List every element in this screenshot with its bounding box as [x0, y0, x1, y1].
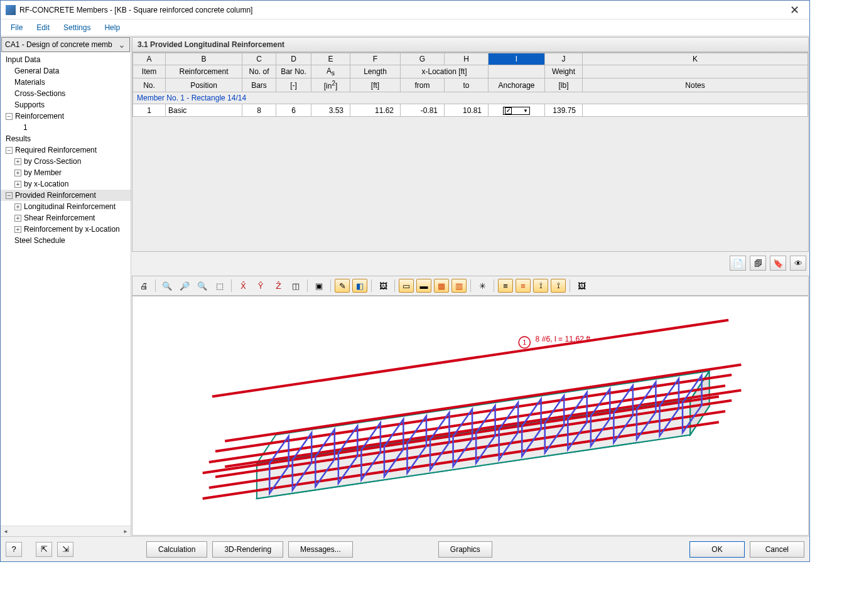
viewport-toolbar: 🖨 🔍 🔎 🔍 ⬚ X̂ Ŷ Ẑ ◫ ▣ ✎ ◧ 🖼 ▭	[132, 276, 809, 296]
ok-button[interactable]: OK	[689, 541, 744, 558]
tree-materials[interactable]: Materials	[1, 77, 131, 88]
anchor-start-icon[interactable]: ⟟	[533, 279, 548, 293]
app-icon	[6, 5, 16, 15]
bar-callout-number: 1	[522, 338, 526, 346]
tree-shear[interactable]: +Shear Reinforcement	[1, 212, 131, 224]
close-icon[interactable]: ✕	[785, 3, 804, 17]
menu-help[interactable]: Help	[98, 21, 126, 34]
grid-toolbar: 📄 🗐 🔖 👁	[132, 252, 809, 274]
axes-icon[interactable]: ✳	[475, 279, 490, 293]
cube-icon[interactable]: ◧	[352, 279, 367, 293]
image-export-icon[interactable]: 🖼	[574, 279, 589, 293]
tree-input-data[interactable]: Input Data	[1, 54, 131, 65]
tree-longitudinal[interactable]: +Longitudinal Reinforcement	[1, 201, 131, 212]
help-icon[interactable]: ?	[6, 542, 22, 557]
tree-by-x-location[interactable]: +by x-Location	[1, 178, 131, 190]
tree-by-cross-section[interactable]: +by Cross-Section	[1, 156, 131, 167]
collapse-icon[interactable]: −	[6, 147, 13, 154]
calculation-button[interactable]: Calculation	[146, 541, 207, 558]
menu-settings[interactable]: Settings	[57, 21, 97, 34]
results-grid[interactable]: ABC DEF GH I JK ItemReinforcementNo. of …	[132, 52, 809, 252]
shear-rebar-icon[interactable]: ≡	[516, 279, 531, 293]
export-icon[interactable]: 📄	[730, 256, 746, 271]
expand-icon[interactable]: +	[14, 215, 21, 222]
main-panel: 3.1 Provided Longitudinal Reinforcement …	[131, 36, 809, 536]
footer: ? ⇱ ⇲ Calculation 3D-Rendering Messages.…	[1, 536, 809, 561]
svg-line-0	[212, 320, 728, 397]
perspective-icon[interactable]: ▣	[311, 279, 327, 293]
menubar: File Edit Settings Help	[1, 19, 809, 36]
expand-icon[interactable]: +	[14, 181, 21, 188]
section-icon[interactable]: ▦	[434, 279, 449, 293]
3d-viewport[interactable]: 1 8 #6, l = 11.62 ft	[132, 296, 809, 536]
picture-icon[interactable]: 🖼	[375, 279, 391, 293]
rendering-button[interactable]: 3D-Rendering	[212, 541, 283, 558]
hatch-icon[interactable]: ▥	[451, 279, 467, 293]
tree-cross-sections[interactable]: Cross-Sections	[1, 88, 131, 99]
rebar-rendering: 1 8 #6, l = 11.62 ft	[132, 296, 808, 535]
cancel-button[interactable]: Cancel	[750, 541, 804, 558]
window-title: RF-CONCRETE Members - [KB - Square reinf…	[19, 6, 785, 14]
bar-callout-label: 8 #6, l = 11.62 ft	[536, 335, 591, 343]
titlebar: RF-CONCRETE Members - [KB - Square reinf…	[1, 1, 809, 19]
nav-tree: Input Data General Data Materials Cross-…	[1, 53, 131, 526]
expand-icon[interactable]: +	[14, 226, 21, 233]
app-window: RF-CONCRETE Members - [KB - Square reinf…	[0, 0, 810, 562]
section-title: 3.1 Provided Longitudinal Reinforcement	[132, 37, 809, 52]
view-y-icon[interactable]: Ŷ	[253, 279, 268, 293]
view-x-icon[interactable]: X̂	[235, 279, 251, 293]
collapse-icon[interactable]: −	[6, 192, 13, 199]
tree-required[interactable]: −Required Reinforcement	[1, 144, 131, 156]
filter-icon[interactable]: 🔖	[770, 256, 786, 271]
selected-col-i: I	[489, 53, 545, 65]
solid-icon[interactable]: ▬	[416, 279, 431, 293]
tree-supports[interactable]: Supports	[1, 99, 131, 111]
tree-provided[interactable]: −Provided Reinforcement	[1, 190, 131, 201]
wireframe-icon[interactable]: ▭	[399, 279, 414, 293]
view-z-icon[interactable]: Ẑ	[271, 279, 286, 293]
graphics-button[interactable]: Graphics	[438, 541, 492, 558]
expand-icon[interactable]: +	[14, 203, 21, 210]
tree-general-data[interactable]: General Data	[1, 65, 131, 77]
grid-header-2: No.PositionBars [-] [in2] [ft]fromto Anc…	[133, 78, 808, 92]
anchorage-cell[interactable]: ✓▼	[489, 104, 545, 117]
grid-header-letters: ABC DEF GH I JK	[133, 53, 808, 65]
sidebar: CA1 - Design of concrete memb Input Data…	[1, 36, 131, 536]
zoom-fit-icon[interactable]: 🔍	[159, 279, 175, 293]
anchorage-checkbox[interactable]: ✓	[505, 107, 512, 114]
case-combo[interactable]: CA1 - Design of concrete memb	[1, 37, 130, 52]
print-3d-icon[interactable]: 🖨	[136, 279, 151, 293]
tree-by-member[interactable]: +by Member	[1, 167, 131, 178]
expand-icon[interactable]: +	[14, 158, 21, 165]
tree-by-x[interactable]: +Reinforcement by x-Location	[1, 224, 131, 235]
print-icon[interactable]: 🗐	[750, 256, 766, 271]
tree-reinforcement-1[interactable]: 1	[1, 122, 131, 133]
member-row: Member No. 1 - Rectangle 14/14	[133, 92, 808, 104]
edit-icon[interactable]: ✎	[335, 279, 350, 293]
data-row-1[interactable]: 1 Basic 8 6 3.53 11.62 -0.81 10.81 ✓▼ 13…	[133, 104, 808, 117]
menu-edit[interactable]: Edit	[30, 21, 56, 34]
anchorage-dropdown-icon[interactable]: ▼	[523, 108, 528, 114]
zoom-out-icon[interactable]: 🔍	[195, 279, 210, 293]
messages-button[interactable]: Messages...	[288, 541, 353, 558]
import-icon[interactable]: ⇱	[36, 542, 52, 557]
iso-icon[interactable]: ◫	[288, 279, 303, 293]
content: CA1 - Design of concrete memb Input Data…	[1, 36, 809, 536]
select-window-icon[interactable]: ⬚	[212, 279, 227, 293]
collapse-icon[interactable]: −	[6, 113, 13, 120]
anchor-end-icon[interactable]: ⟟	[551, 279, 566, 293]
expand-icon[interactable]: +	[14, 170, 21, 176]
tree-results[interactable]: Results	[1, 133, 131, 144]
view-icon[interactable]: 👁	[790, 256, 806, 271]
tree-steel-schedule[interactable]: Steel Schedule	[1, 235, 131, 246]
sidebar-scroll-h[interactable]	[1, 526, 131, 536]
export-settings-icon[interactable]: ⇲	[57, 542, 73, 557]
tree-reinforcement[interactable]: −Reinforcement	[1, 111, 131, 122]
long-rebar-icon[interactable]: ≡	[498, 279, 513, 293]
zoom-in-icon[interactable]: 🔎	[177, 279, 192, 293]
grid-header-1: ItemReinforcementNo. of Bar No. As Lengt…	[133, 65, 808, 78]
menu-file[interactable]: File	[4, 21, 29, 34]
